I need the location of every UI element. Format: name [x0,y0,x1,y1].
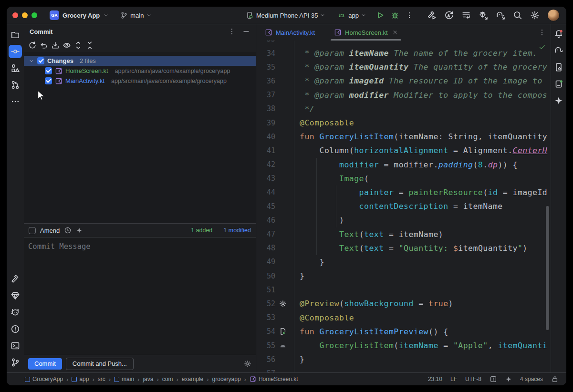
gradle-icon [554,46,563,55]
code-line-52: 52@Preview(showBackground = true) [256,297,551,310]
tool-stripe-gradle-icon[interactable] [552,44,565,57]
breadcrumb-com[interactable]: com [162,376,173,382]
tool-stripe-notifications-icon[interactable] [552,27,565,41]
breadcrumb-HomeScreen.kt[interactable]: HomeScreen.kt [250,376,298,382]
tool-stripe-ai-sparkle-icon[interactable] [552,94,565,107]
right-tool-stripe [551,24,566,372]
rollback-icon[interactable] [40,41,48,50]
tab-mainactivity[interactable]: MainActivity.kt [260,24,320,41]
tool-stripe-structure-icon[interactable] [9,62,22,75]
code-text: fun GroceryListItem(itemName: String, it… [293,132,547,141]
reader-mode-icon[interactable] [490,375,497,383]
collapse-all-icon[interactable] [85,41,94,50]
breadcrumb-src[interactable]: src [98,376,105,382]
recent-changes-icon[interactable] [461,10,471,20]
code-text: painter = painterResource(id = imageId [293,188,547,197]
tool-stripe-more-tools-icon[interactable] [9,95,22,108]
breadcrumb-separator: › [137,376,139,383]
minimize-window-button[interactable] [22,12,28,18]
breadcrumb-GroceryApp[interactable]: GroceryApp [25,376,63,382]
file-name: HomeScreen.kt [65,67,108,74]
changes-root-row[interactable]: Changes 2 files [24,56,256,66]
run-preview-icon[interactable] [279,328,287,335]
file-row-MainActivity.kt[interactable]: MainActivity.ktapp/src/main/java/com/exa… [24,76,256,86]
device-selector[interactable]: Medium Phone API 35 [256,12,318,19]
file-row-HomeScreen.kt[interactable]: HomeScreen.ktapp/src/main/java/com/examp… [24,66,256,76]
chevron-down-icon[interactable] [29,58,34,64]
breadcrumb-main[interactable]: main [114,376,134,382]
diff-preview-icon[interactable] [63,41,71,50]
hide-panel-icon[interactable] [242,28,250,35]
commit-button[interactable]: Commit [28,358,62,370]
tool-stripe-terminal-icon[interactable] [9,339,22,352]
ai-commit-message-icon[interactable] [76,227,83,234]
tool-stripe-build-icon[interactable] [9,272,22,286]
breadcrumb-app[interactable]: app [72,376,89,382]
maximize-window-button[interactable] [31,12,37,18]
close-tab-icon[interactable] [392,30,398,35]
commit-history-icon[interactable] [64,227,72,234]
tool-stripe-pull-requests-icon[interactable] [9,78,22,92]
more-run-actions-icon[interactable] [406,11,413,19]
breadcrumb-label: HomeScreen.kt [259,376,298,382]
settings-icon[interactable] [530,10,540,20]
changes-checkbox[interactable] [37,57,44,64]
code-line-42: 42 modifier = modifier.padding(8.dp)) { [256,158,551,172]
breadcrumb-java[interactable]: java [143,376,153,382]
compose-preview-icon[interactable] [279,342,287,350]
tool-stripe-commit-tool-icon[interactable] [9,45,22,58]
attach-debugger-icon[interactable] [479,10,488,20]
tool-stripe-logcat-icon[interactable] [9,306,22,319]
retrace-icon[interactable] [444,10,454,20]
line-number: 53 [256,313,275,322]
breadcrumb-separator: › [176,376,178,383]
tool-stripe-folder-icon[interactable] [9,28,22,41]
file-encoding[interactable]: UTF-8 [465,376,481,382]
tab-homescreen[interactable]: HomeScreen.kt [329,24,403,41]
run-button[interactable] [376,11,385,20]
kotlin-icon [55,77,63,85]
run-config-selector[interactable]: app [348,12,359,19]
branch-widget[interactable]: main [120,11,152,19]
commit-options-icon[interactable] [228,28,236,35]
gradle-sync-icon[interactable] [496,10,505,20]
inspections-ok-icon[interactable] [539,43,546,51]
unlock-icon[interactable] [551,375,559,383]
make-run-icon[interactable] [427,10,437,20]
code-editor[interactable]: 3334 * @param itemName The name of the g… [256,41,551,372]
line-separator[interactable]: LF [450,376,457,382]
tool-stripe-device-manager-icon[interactable] [552,61,565,74]
file-checkbox[interactable] [45,77,52,84]
commit-message-input[interactable]: Commit Message [24,237,256,355]
commit-and-push-button[interactable]: Commit and Push... [66,358,134,370]
debug-button[interactable] [391,11,399,20]
breadcrumb-groceryapp[interactable]: groceryapp [212,376,241,382]
commit-settings-icon[interactable] [244,360,251,368]
code-text: @Composable [293,313,354,322]
refresh-icon[interactable] [28,41,37,50]
project-widget[interactable]: GA Grocery App [50,10,109,20]
tool-stripe-version-control-icon[interactable] [9,356,22,369]
close-window-button[interactable] [12,12,18,18]
tool-stripe-problems-icon[interactable] [9,322,22,336]
search-icon[interactable] [513,10,522,20]
build-icon [10,274,20,284]
file-checkbox[interactable] [45,67,52,74]
tool-stripe-running-devices-icon[interactable] [552,77,565,91]
notifications-icon [554,29,563,39]
ai-assistant-icon[interactable] [505,376,512,382]
avatar[interactable] [547,9,560,21]
gear-icon[interactable] [279,300,287,308]
shelve-icon[interactable] [51,41,60,50]
line-number: 37 [256,91,275,99]
indent-setting[interactable]: 4 spaces [520,376,543,382]
android-icon [338,11,345,19]
expand-all-icon[interactable] [74,41,83,50]
cursor-position[interactable]: 23:10 [428,376,442,382]
tool-stripe-app-insights-icon[interactable] [9,289,22,302]
breadcrumb-example[interactable]: example [182,376,203,382]
tab-options-icon[interactable] [538,29,546,36]
code-line-50: 50} [256,269,551,283]
editor-scrollbar[interactable] [546,206,549,330]
amend-checkbox[interactable] [29,227,36,234]
